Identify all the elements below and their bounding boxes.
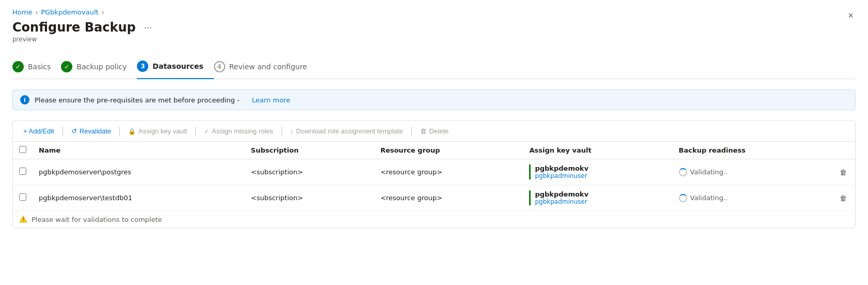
- revalidate-button[interactable]: ↺ Revalidate: [67, 125, 115, 137]
- toolbar-sep-5: [411, 127, 412, 136]
- warning-icon: !: [19, 215, 27, 223]
- breadcrumb-home[interactable]: Home: [12, 8, 32, 16]
- row-1-readiness-text: Validating..: [690, 168, 728, 176]
- step-review-configure-circle: 4: [214, 61, 225, 72]
- row-2-key-vault: pgbkpdemokv pgbkpadminuser: [523, 185, 672, 211]
- download-icon: ↓: [290, 127, 294, 135]
- select-all-checkbox[interactable]: [19, 146, 26, 153]
- lock-icon: 🔒: [128, 128, 136, 135]
- breadcrumb: Home › PGbkpdemovault ›: [12, 8, 856, 16]
- col-header-subscription: Subscription: [245, 142, 375, 159]
- download-template-label: Download role assignment template: [296, 127, 403, 135]
- step-backup-policy[interactable]: ✓ Backup policy: [61, 56, 137, 79]
- info-icon: i: [20, 95, 29, 104]
- table-toolbar: + Add/Edit ↺ Revalidate 🔒 Assign key vau…: [13, 121, 855, 142]
- page-title: Configure Backup: [12, 20, 136, 35]
- assign-key-vault-label: Assign key vault: [138, 127, 187, 135]
- row-2-spinner: [679, 194, 687, 202]
- row-1-resource-group: <resource group>: [374, 159, 523, 185]
- warning-text: Please wait for validations to complete: [32, 216, 162, 223]
- step-datasources-label: Datasources: [152, 62, 203, 70]
- row-1-name: pgbkpdemoserver\postgres: [33, 159, 245, 185]
- page-subtitle: preview: [12, 36, 856, 43]
- toolbar-sep-3: [195, 127, 196, 136]
- toolbar-sep-2: [119, 127, 120, 136]
- revalidate-icon: ↺: [71, 127, 77, 135]
- row-2-kv-name: pgbkpdemokv: [535, 190, 666, 198]
- revalidate-label: Revalidate: [80, 127, 111, 135]
- table-row: pgbkpdemoserver\postgres <subscription> …: [13, 159, 855, 185]
- step-basics-label: Basics: [28, 63, 51, 71]
- assign-missing-roles-button[interactable]: ✓ Assign missing roles: [200, 125, 277, 137]
- row-2-name: pgbkpdemoserver\testdb01: [33, 185, 245, 211]
- step-review-configure[interactable]: 4 Review and configure: [214, 56, 318, 79]
- step-backup-policy-label: Backup policy: [76, 63, 127, 71]
- toolbar-sep-1: [63, 127, 63, 136]
- row-2-kv-user: pgbkpadminuser: [535, 198, 666, 205]
- row-1-kv-name: pgbkpdemokv: [535, 164, 666, 172]
- toolbar-sep-4: [282, 127, 282, 136]
- info-banner: i Please ensure the pre-requisites are m…: [12, 89, 856, 110]
- row-2-resource-group: <resource group>: [374, 185, 523, 211]
- step-basics[interactable]: ✓ Basics: [12, 56, 61, 79]
- row-2-readiness: Validating..: [673, 185, 831, 211]
- step-backup-policy-circle: ✓: [61, 61, 72, 72]
- row-1-spinner: [679, 168, 687, 176]
- row-2-readiness-text: Validating..: [690, 194, 728, 202]
- trash-icon: 🗑: [420, 127, 427, 135]
- step-basics-circle: ✓: [12, 61, 24, 72]
- svg-text:!: !: [22, 217, 24, 222]
- warning-row: ! Please wait for validations to complet…: [13, 211, 855, 228]
- datasources-table: Name Subscription Resource group Assign …: [13, 142, 855, 228]
- delete-button[interactable]: 🗑 Delete: [416, 125, 453, 137]
- col-header-resource-group: Resource group: [374, 142, 523, 159]
- info-banner-text: Please ensure the pre-requisites are met…: [35, 96, 239, 104]
- more-options-button[interactable]: ···: [141, 21, 155, 34]
- download-template-button[interactable]: ↓ Download role assignment template: [286, 125, 407, 137]
- col-header-backup-readiness: Backup readiness: [673, 142, 831, 159]
- step-datasources[interactable]: 3 Datasources: [137, 55, 213, 79]
- add-edit-button[interactable]: + Add/Edit: [19, 125, 58, 137]
- steps-nav: ✓ Basics ✓ Backup policy 3 Datasources 4…: [12, 55, 856, 79]
- assign-key-vault-button[interactable]: 🔒 Assign key vault: [124, 125, 191, 137]
- table-row: pgbkpdemoserver\testdb01 <subscription> …: [13, 185, 855, 211]
- row-1-kv-user: pgbkpadminuser: [535, 172, 666, 179]
- checkmark-icon: ✓: [204, 128, 209, 135]
- datasources-table-card: + Add/Edit ↺ Revalidate 🔒 Assign key vau…: [12, 121, 856, 228]
- row-1-delete-button[interactable]: 🗑: [838, 166, 849, 178]
- row-2-delete-button[interactable]: 🗑: [838, 192, 849, 204]
- assign-missing-roles-label: Assign missing roles: [212, 127, 273, 135]
- row-2-subscription: <subscription>: [245, 185, 375, 211]
- delete-label: Delete: [429, 127, 449, 135]
- step-review-configure-label: Review and configure: [229, 63, 307, 71]
- row-1-readiness: Validating..: [673, 159, 831, 185]
- breadcrumb-vault[interactable]: PGbkpdemovault: [41, 8, 98, 16]
- learn-more-link[interactable]: Learn more: [252, 96, 290, 104]
- row-1-checkbox[interactable]: [19, 168, 26, 175]
- row-2-checkbox[interactable]: [19, 193, 26, 201]
- col-header-name: Name: [33, 142, 245, 159]
- row-1-key-vault: pgbkpdemokv pgbkpadminuser: [523, 159, 672, 185]
- step-datasources-circle: 3: [137, 61, 148, 72]
- row-1-subscription: <subscription>: [245, 159, 375, 185]
- col-header-assign-key-vault: Assign key vault: [523, 142, 672, 159]
- col-header-action: [831, 142, 855, 159]
- close-button[interactable]: ×: [846, 8, 856, 23]
